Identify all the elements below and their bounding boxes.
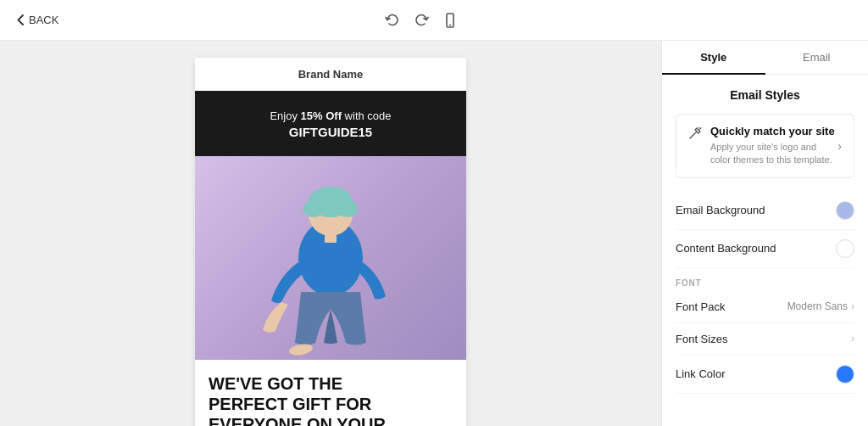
headline-line2: PERFECT GIFT FOR	[209, 394, 453, 414]
svg-point-5	[303, 200, 324, 217]
link-color-swatch[interactable]	[836, 365, 854, 384]
preview-area: Brand Name Enjoy 15% Off with code GIFTG…	[0, 41, 661, 426]
font-pack-value-row[interactable]: Modern Sans ›	[787, 300, 854, 312]
email-background-swatch[interactable]	[836, 201, 854, 220]
font-sizes-row[interactable]: Font Sizes ›	[676, 323, 854, 356]
email-background-row: Email Background	[676, 192, 854, 230]
email-image-block	[195, 156, 466, 360]
font-sizes-label: Font Sizes	[676, 333, 727, 345]
quick-match-desc: Apply your site's logo and color themes …	[710, 141, 837, 167]
font-pack-label: Font Pack	[676, 300, 726, 313]
quick-match-left: Quickly match your site Apply your site'…	[688, 125, 837, 167]
svg-point-6	[337, 200, 358, 217]
back-label: BACK	[29, 14, 58, 26]
right-panel: Style Email Email Styles Quic	[661, 41, 868, 426]
quick-match-card[interactable]: Quickly match your site Apply your site'…	[676, 114, 854, 178]
toolbar-center	[385, 13, 458, 28]
panel-tabs: Style Email	[662, 41, 868, 75]
undo-button[interactable]	[385, 13, 400, 28]
headline-line1: WE'VE GOT THE	[209, 373, 453, 394]
device-preview-button[interactable]	[442, 13, 458, 28]
email-headline: WE'VE GOT THE PERFECT GIFT FOR EVERYONE …	[209, 373, 453, 427]
email-preview: Brand Name Enjoy 15% Off with code GIFTG…	[195, 58, 466, 426]
svg-rect-7	[325, 233, 337, 243]
email-hero-text: Enjoy 15% Off with code	[212, 108, 449, 125]
headline-line3: EVERYONE ON YOUR	[209, 414, 453, 427]
main-content: Brand Name Enjoy 15% Off with code GIFTG…	[0, 41, 868, 426]
email-image-placeholder	[195, 156, 466, 360]
tab-style[interactable]: Style	[662, 41, 765, 74]
email-body-text: WE'VE GOT THE PERFECT GIFT FOR EVERYONE …	[195, 360, 466, 427]
font-pack-chevron-icon: ›	[851, 300, 854, 312]
top-bar: BACK	[0, 0, 868, 41]
hero-highlight: 15% Off	[301, 109, 342, 122]
font-section-label: FONT	[676, 278, 854, 288]
content-background-label: Content Background	[676, 242, 776, 255]
back-arrow-icon	[17, 14, 24, 25]
link-color-row: Link Color	[676, 356, 854, 394]
panel-title: Email Styles	[676, 88, 854, 102]
panel-content: Email Styles Quickly match your site App…	[662, 75, 868, 426]
content-background-row: Content Background	[676, 230, 854, 268]
hero-text-part1: Enjoy	[270, 109, 300, 122]
quick-match-arrow-icon: ›	[837, 139, 842, 153]
font-pack-value: Modern Sans	[787, 300, 848, 312]
back-button[interactable]: BACK	[17, 14, 58, 26]
font-sizes-chevron-icon: ›	[851, 333, 854, 345]
svg-point-8	[288, 342, 314, 356]
quick-match-text: Quickly match your site Apply your site'…	[710, 125, 837, 167]
wand-icon	[688, 126, 702, 143]
quick-match-title: Quickly match your site	[710, 125, 837, 137]
content-background-swatch[interactable]	[836, 239, 854, 258]
email-brand-name: Brand Name	[195, 58, 466, 91]
email-hero-banner: Enjoy 15% Off with code GIFTGUIDE15	[195, 91, 466, 156]
redo-button[interactable]	[414, 13, 429, 28]
email-background-label: Email Background	[676, 204, 765, 216]
font-pack-row[interactable]: Font Pack Modern Sans ›	[676, 291, 854, 323]
tab-email[interactable]: Email	[765, 41, 869, 74]
hero-text-part2: with code	[342, 109, 392, 122]
link-color-label: Link Color	[676, 367, 726, 380]
email-hero-code: GIFTGUIDE15	[212, 125, 449, 139]
person-illustration	[254, 165, 407, 360]
